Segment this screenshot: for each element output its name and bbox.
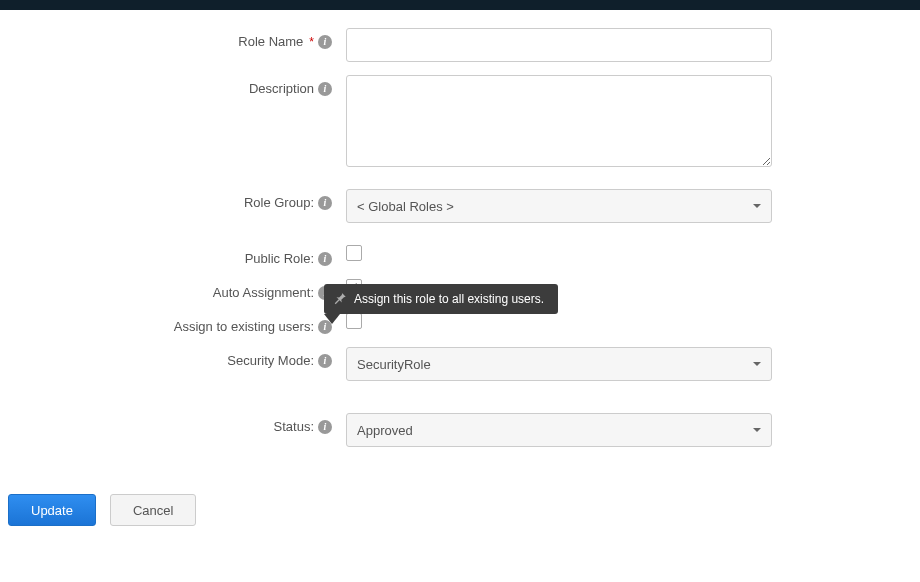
assign-existing-label-text: Assign to existing users: xyxy=(174,319,314,334)
tooltip-text: Assign this role to all existing users. xyxy=(354,292,544,306)
label-status: Status: i xyxy=(0,413,332,434)
status-select[interactable]: Approved xyxy=(346,413,772,447)
row-public-role: Public Role: i xyxy=(0,245,920,266)
role-name-label-text: Role Name xyxy=(238,34,303,49)
label-security-mode: Security Mode: i xyxy=(0,347,332,368)
auto-assignment-label-text: Auto Assignment: xyxy=(213,285,314,300)
label-auto-assignment: Auto Assignment: i xyxy=(0,279,332,300)
security-mode-select[interactable]: SecurityRole xyxy=(346,347,772,381)
role-group-label-text: Role Group: xyxy=(244,195,314,210)
top-bar xyxy=(0,0,920,10)
description-label-text: Description xyxy=(249,81,314,96)
role-group-select[interactable]: < Global Roles > xyxy=(346,189,772,223)
assign-existing-checkbox[interactable] xyxy=(346,313,362,329)
security-mode-label-text: Security Mode: xyxy=(227,353,314,368)
info-icon[interactable]: i xyxy=(318,252,332,266)
row-role-group: Role Group: i < Global Roles > xyxy=(0,189,920,223)
security-mode-value: SecurityRole xyxy=(357,357,431,372)
info-icon[interactable]: i xyxy=(318,35,332,49)
public-role-label-text: Public Role: xyxy=(245,251,314,266)
assign-existing-tooltip: Assign this role to all existing users. xyxy=(324,284,558,314)
role-name-input[interactable] xyxy=(346,28,772,62)
row-status: Status: i Approved xyxy=(0,413,920,447)
update-button[interactable]: Update xyxy=(8,494,96,526)
info-icon[interactable]: i xyxy=(318,82,332,96)
info-icon[interactable]: i xyxy=(318,196,332,210)
role-group-value: < Global Roles > xyxy=(357,199,454,214)
label-public-role: Public Role: i xyxy=(0,245,332,266)
row-assign-existing: Assign to existing users: i xyxy=(0,313,920,334)
chevron-down-icon xyxy=(753,204,761,208)
required-asterisk: * xyxy=(309,35,314,49)
label-role-group: Role Group: i xyxy=(0,189,332,210)
status-label-text: Status: xyxy=(274,419,314,434)
row-security-mode: Security Mode: i SecurityRole xyxy=(0,347,920,381)
label-role-name: Role Name * i xyxy=(0,28,332,49)
description-input[interactable] xyxy=(346,75,772,167)
info-icon[interactable]: i xyxy=(318,354,332,368)
public-role-checkbox[interactable] xyxy=(346,245,362,261)
chevron-down-icon xyxy=(753,362,761,366)
row-role-name: Role Name * i xyxy=(0,28,920,62)
label-description: Description i xyxy=(0,75,332,96)
row-description: Description i xyxy=(0,75,920,167)
chevron-down-icon xyxy=(753,428,761,432)
label-assign-existing: Assign to existing users: i xyxy=(0,313,332,334)
info-icon[interactable]: i xyxy=(318,420,332,434)
button-row: Update Cancel xyxy=(8,494,196,526)
pin-icon xyxy=(333,291,347,305)
role-form: Role Name * i Description i Role Group: … xyxy=(0,10,920,447)
cancel-button[interactable]: Cancel xyxy=(110,494,196,526)
status-value: Approved xyxy=(357,423,413,438)
